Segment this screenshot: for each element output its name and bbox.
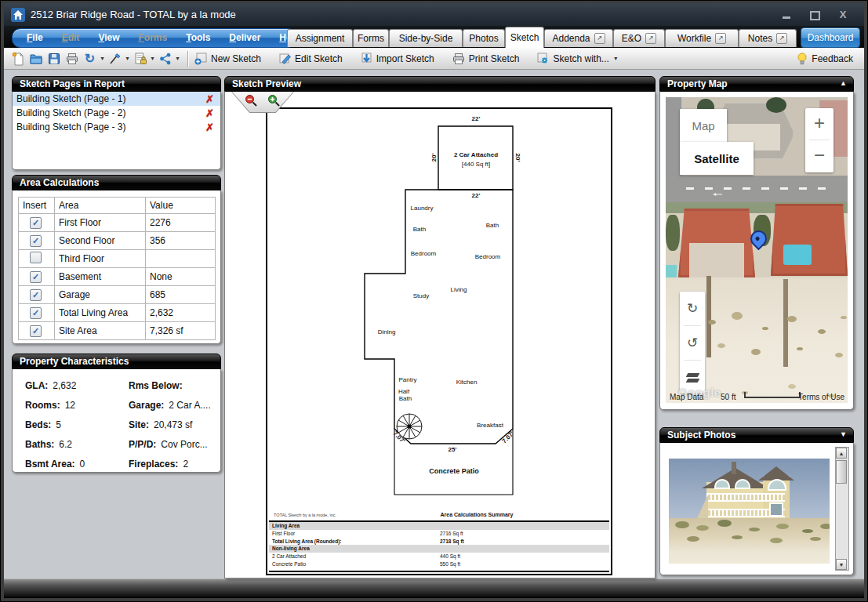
insert-checkbox[interactable]: ✓ [30,235,42,247]
share-icon[interactable] [156,50,174,67]
maximize-button[interactable] [804,8,825,22]
map-house-left-wall [689,243,744,277]
insert-checkbox[interactable]: ✓ [30,307,42,319]
floorplan-drawing [267,109,611,574]
menu-view[interactable]: View [89,30,129,46]
close-button[interactable]: X [833,8,853,22]
tab-side-by-side[interactable]: Side-by-Side [389,29,463,47]
menu-file[interactable]: File [17,30,53,46]
sketch-page-item[interactable]: Building Sketch (Page - 3)✗ [13,120,220,134]
new-sketch-button[interactable]: New Sketch [194,52,261,65]
delete-page-icon[interactable]: ✗ [205,92,214,107]
map-scale-bar [744,392,801,398]
external-window-icon[interactable]: ↗ [645,33,656,44]
insert-checkbox[interactable]: ✓ [30,325,42,337]
photos-scrollbar[interactable]: ▲ ▼ [835,447,849,571]
open-folder-icon[interactable] [27,50,45,67]
menu-deliver[interactable]: Deliver [220,30,270,46]
scroll-up-button[interactable]: ▲ [836,448,847,459]
external-window-icon[interactable]: ↗ [715,33,726,44]
print-sketch-button[interactable]: Print Sketch [452,52,520,66]
dune-grass [675,521,689,528]
map-zoom-in-button[interactable]: + [805,108,833,140]
map-type-button[interactable]: Map [680,109,727,142]
vendor-credit: TOTAL Sketch by a la mode, inc. [274,513,336,517]
dim-garage-right: 20' [514,154,521,162]
menu-tools[interactable]: Tools [176,30,220,46]
insert-checkbox[interactable]: ✓ [30,217,42,229]
tab-eo[interactable]: E&O↗ [613,29,665,47]
refresh-dropdown-icon[interactable]: ▾ [99,55,106,62]
sketch-page[interactable]: 22' 20' 20' 2 Car Attached [440 Sq ft] 2… [266,107,612,575]
expand-panel-icon[interactable]: ▼ [840,430,847,438]
dim-garage-left: 20' [430,154,438,162]
photo-dune [669,518,830,564]
edit-sketch-icon [278,52,292,65]
sign-pen-icon[interactable] [106,50,124,67]
edit-sketch-button[interactable]: Edit Sketch [278,52,343,65]
external-window-icon[interactable]: ↗ [776,33,787,44]
insert-checkbox[interactable]: ✓ [30,271,42,283]
tab-photos[interactable]: Photos [463,29,505,47]
satellite-type-button[interactable]: Satellite [680,142,754,175]
save-icon[interactable] [45,50,63,67]
scroll-down-button[interactable]: ▼ [836,559,847,570]
sketch-with-button[interactable]: Sketch with... [536,52,608,65]
external-window-icon[interactable]: ↗ [594,33,605,44]
tab-notes[interactable]: Notes↗ [739,29,797,47]
map-house-right-roof [771,204,848,276]
share-dropdown-icon[interactable]: ▾ [174,55,181,62]
new-document-icon[interactable] [9,50,27,67]
tab-forms[interactable]: Forms [353,29,389,47]
photo-chimney [732,462,736,474]
zoom-in-icon[interactable] [267,94,281,107]
tab-sketch[interactable]: Sketch [505,27,544,48]
photo-arch-window [735,479,750,489]
terms-of-use-link[interactable]: Terms of Use [798,393,844,401]
delete-page-icon[interactable]: ✗ [205,121,214,135]
summary-row: First Floor2716 Sq ft [269,530,609,538]
rotate-counterclockwise-button[interactable]: ↺ [680,326,705,360]
zoom-out-icon[interactable] [245,94,258,107]
collapse-panel-icon[interactable]: ▲ [840,79,847,87]
subject-photo-thumbnail[interactable] [669,459,830,564]
summary-row: 2 Car Attached440 Sq ft [269,553,609,560]
sketch-pages-panel: Building Sketch (Page - 1)✗ Building Ske… [12,92,221,170]
menu-forms: Forms [129,30,177,46]
import-sketch-button[interactable]: Import Sketch [360,52,434,65]
insert-checkbox[interactable]: ✓ [30,289,42,301]
lock-dropdown-icon[interactable]: ▾ [149,55,156,62]
document-lock-icon[interactable] [131,50,149,67]
tilt-icon [687,373,699,383]
map-data-label[interactable]: Map Data [670,393,703,401]
app-house-icon [11,8,25,22]
feedback-button[interactable]: Feedback [797,50,853,67]
delete-page-icon[interactable]: ✗ [205,107,214,121]
sketch-page-item[interactable]: Building Sketch (Page - 2)✗ [13,106,220,120]
menu-bar: File Edit View Forms Tools Deliver Help [12,28,296,48]
rotate-clockwise-button[interactable]: ↻ [680,292,705,325]
tab-addenda[interactable]: Addenda↗ [544,29,613,47]
print-icon[interactable] [63,50,81,67]
refresh-icon[interactable]: ↻ [81,50,99,67]
pen-dropdown-icon[interactable]: ▾ [124,55,131,62]
tab-workfile[interactable]: Workfile↗ [665,29,739,47]
insert-checkbox[interactable] [30,252,42,263]
dim-patio-width: 25' [449,446,457,453]
dashboard-button[interactable]: Dashboard [801,27,860,48]
tab-assignment[interactable]: Assignment [287,29,353,47]
satellite-map[interactable]: Map Satellite + − ↻ ↺ Google Map Data 50… [666,97,848,403]
property-map-panel: Map Satellite + − ↻ ↺ Google Map Data 50… [659,92,854,410]
sketch-page-item[interactable]: Building Sketch (Page - 1)✗ [13,92,220,106]
room-bedroom-right: Bedroom [475,253,500,260]
summary-section-nonliving: Non-living Area [269,545,609,553]
map-zoom-out-button[interactable]: − [805,140,833,172]
scrollbar-thumb[interactable] [836,460,847,484]
table-row: ✓Second Floor356 [19,232,216,250]
import-sketch-icon [360,52,373,65]
app-window: 2512 Briar Ridge Road - TOTAL by a la mo… [0,0,868,602]
summary-table: Living Area First Floor2716 Sq ft Total … [269,520,609,572]
toolbar: ↻ ▾ ▾ ▾ ▾ New Sketch Edit Sketch Import … [4,48,864,70]
minimize-button[interactable] [776,8,797,22]
sketch-with-dropdown-icon[interactable]: ▾ [612,55,619,62]
